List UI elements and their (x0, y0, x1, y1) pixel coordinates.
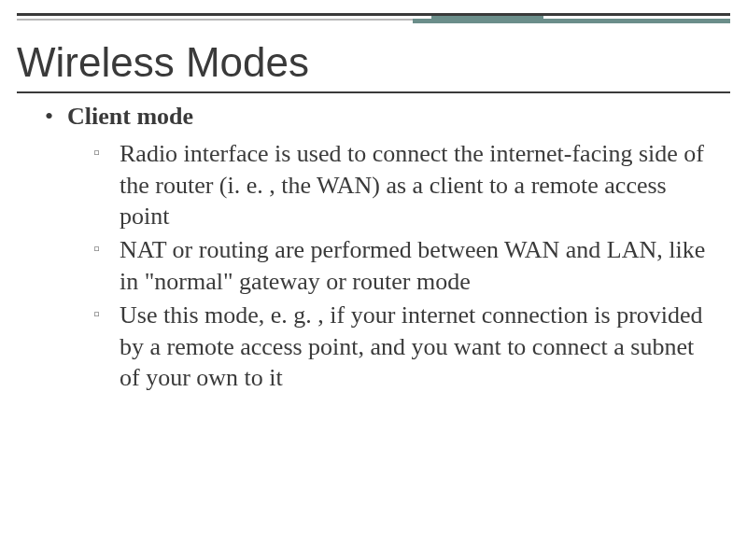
border-line-main (17, 13, 730, 16)
border-line-accent-2 (431, 16, 543, 21)
sub-bullet-item: Use this mode, e. g. , if your internet … (93, 300, 710, 394)
border-line-thin (17, 19, 413, 21)
sub-bullet-list: Radio interface is used to connect the i… (45, 138, 710, 394)
decorative-top-border (17, 13, 730, 24)
bullet-heading: Client mode (45, 101, 710, 133)
sub-bullet-item: NAT or routing are performed between WAN… (93, 234, 710, 298)
title-underline (17, 91, 730, 93)
slide-content: Client mode Radio interface is used to c… (45, 101, 710, 396)
slide-title: Wireless Modes (17, 39, 309, 86)
sub-bullet-item: Radio interface is used to connect the i… (93, 138, 710, 232)
